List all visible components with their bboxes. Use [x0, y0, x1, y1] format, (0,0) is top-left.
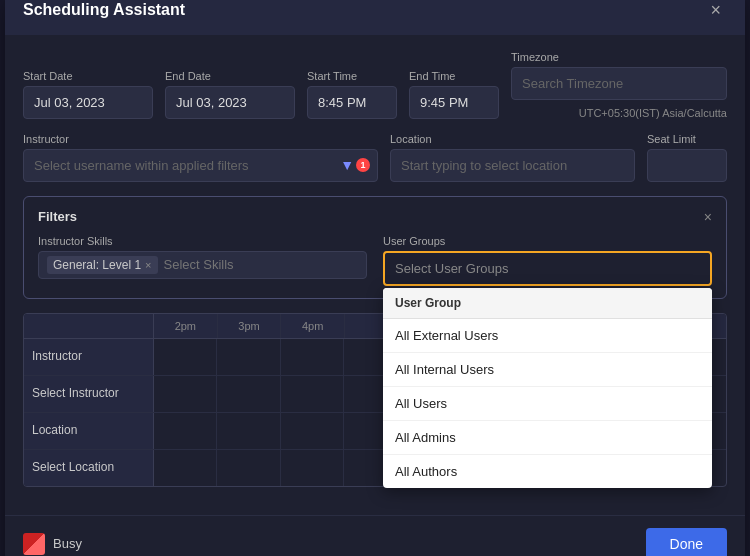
modal-footer: Busy Done [5, 515, 745, 557]
skill-tag: General: Level 1 × [47, 256, 158, 274]
modal-title: Scheduling Assistant [23, 1, 185, 19]
time-col-3pm: 3pm [218, 314, 282, 338]
instructor-input-wrapper: ▼ 1 [23, 149, 378, 182]
start-time-label: Start Time [307, 70, 397, 82]
grid-cell [217, 376, 280, 412]
grid-label-location: Location [24, 413, 154, 449]
grid-cell [154, 413, 217, 449]
busy-label: Busy [53, 536, 82, 551]
dropdown-header: User Group [383, 288, 712, 319]
instructor-row: Instructor ▼ 1 Location Seat Limit [23, 133, 727, 182]
user-groups-dropdown: User Group All External Users All Intern… [383, 288, 712, 488]
grid-label-select-location: Select Location [24, 450, 154, 486]
instructor-field: Instructor ▼ 1 [23, 133, 378, 182]
seat-limit-field: Seat Limit [647, 133, 727, 182]
location-label: Location [390, 133, 635, 145]
dropdown-item-1[interactable]: All Internal Users [383, 353, 712, 387]
start-date-label: Start Date [23, 70, 153, 82]
modal-body: Start Date End Date Start Time End Time … [5, 35, 745, 515]
end-date-label: End Date [165, 70, 295, 82]
timezone-input[interactable] [511, 67, 727, 100]
grid-cell [154, 339, 217, 375]
time-col-2pm: 2pm [154, 314, 218, 338]
filter-icon: ▼ [340, 157, 354, 173]
timezone-sub-text: UTC+05:30(IST) Asia/Calcutta [511, 107, 727, 119]
grid-cell [281, 413, 344, 449]
busy-indicator: Busy [23, 533, 82, 555]
modal-close-button[interactable]: × [704, 0, 727, 21]
instructor-input[interactable] [23, 149, 378, 182]
end-time-field: End Time [409, 70, 499, 119]
grid-cell [217, 450, 280, 486]
grid-cell [281, 339, 344, 375]
time-col-4pm: 4pm [281, 314, 345, 338]
location-field: Location [390, 133, 635, 182]
done-button[interactable]: Done [646, 528, 727, 557]
busy-color-swatch [23, 533, 45, 555]
dropdown-item-3[interactable]: All Admins [383, 421, 712, 455]
end-date-field: End Date [165, 70, 295, 119]
user-groups-label: User Groups [383, 235, 712, 247]
grid-cell [154, 376, 217, 412]
start-date-input[interactable] [23, 86, 153, 119]
skills-input[interactable] [164, 257, 359, 272]
end-time-input[interactable] [409, 86, 499, 119]
end-date-input[interactable] [165, 86, 295, 119]
modal-header: Scheduling Assistant × [5, 0, 745, 35]
user-groups-input[interactable] [385, 253, 710, 284]
grid-cell [217, 339, 280, 375]
timezone-label: Timezone [511, 51, 727, 63]
filters-header: Filters × [38, 209, 712, 225]
dropdown-item-4[interactable]: All Authors [383, 455, 712, 488]
start-time-input[interactable] [307, 86, 397, 119]
filter-count-badge: 1 [356, 158, 370, 172]
location-input[interactable] [390, 149, 635, 182]
grid-label-select-instructor: Select Instructor [24, 376, 154, 412]
dates-row: Start Date End Date Start Time End Time … [23, 51, 727, 119]
filter-badge: ▼ 1 [340, 157, 370, 173]
grid-cell [281, 376, 344, 412]
filters-section: Filters × Instructor Skills General: Lev… [23, 196, 727, 299]
skills-label: Instructor Skills [38, 235, 367, 247]
skills-input-wrapper[interactable]: General: Level 1 × [38, 251, 367, 279]
dropdown-item-2[interactable]: All Users [383, 387, 712, 421]
skills-group: Instructor Skills General: Level 1 × [38, 235, 367, 286]
user-groups-input-wrapper [383, 251, 712, 286]
scheduling-assistant-modal: Scheduling Assistant × Start Date End Da… [5, 0, 745, 556]
grid-cell [217, 413, 280, 449]
user-groups-group: User Groups User Group All External User… [383, 235, 712, 286]
grid-cell [281, 450, 344, 486]
timezone-field: Timezone UTC+05:30(IST) Asia/Calcutta [511, 51, 727, 119]
grid-cell [154, 450, 217, 486]
skill-tag-remove[interactable]: × [145, 259, 151, 271]
start-time-field: Start Time [307, 70, 397, 119]
filters-close-button[interactable]: × [704, 209, 712, 225]
filters-row: Instructor Skills General: Level 1 × Use… [38, 235, 712, 286]
dropdown-item-0[interactable]: All External Users [383, 319, 712, 353]
seat-limit-label: Seat Limit [647, 133, 727, 145]
grid-label-col-header [24, 314, 154, 338]
filters-title: Filters [38, 209, 77, 224]
seat-limit-input[interactable] [647, 149, 727, 182]
start-date-field: Start Date [23, 70, 153, 119]
instructor-label: Instructor [23, 133, 378, 145]
grid-label-instructor: Instructor [24, 339, 154, 375]
end-time-label: End Time [409, 70, 499, 82]
